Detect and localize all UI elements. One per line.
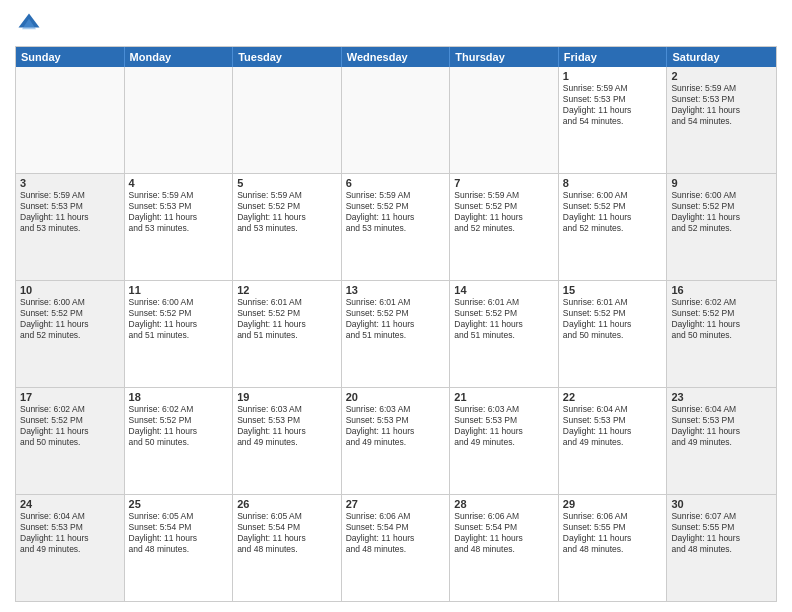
cell-info: Sunrise: 6:00 AM Sunset: 5:52 PM Dayligh… bbox=[129, 297, 229, 341]
cell-info: Sunrise: 5:59 AM Sunset: 5:53 PM Dayligh… bbox=[671, 83, 772, 127]
cell-info: Sunrise: 6:06 AM Sunset: 5:54 PM Dayligh… bbox=[454, 511, 554, 555]
day-number: 19 bbox=[237, 391, 337, 403]
day-number: 12 bbox=[237, 284, 337, 296]
calendar-row-4: 24Sunrise: 6:04 AM Sunset: 5:53 PM Dayli… bbox=[16, 494, 776, 601]
cell-info: Sunrise: 6:02 AM Sunset: 5:52 PM Dayligh… bbox=[20, 404, 120, 448]
calendar-row-0: 1Sunrise: 5:59 AM Sunset: 5:53 PM Daylig… bbox=[16, 67, 776, 173]
cell-info: Sunrise: 6:04 AM Sunset: 5:53 PM Dayligh… bbox=[563, 404, 663, 448]
header-day-friday: Friday bbox=[559, 47, 668, 67]
calendar-cell: 7Sunrise: 5:59 AM Sunset: 5:52 PM Daylig… bbox=[450, 174, 559, 280]
day-number: 2 bbox=[671, 70, 772, 82]
header-day-sunday: Sunday bbox=[16, 47, 125, 67]
day-number: 21 bbox=[454, 391, 554, 403]
day-number: 13 bbox=[346, 284, 446, 296]
header-day-tuesday: Tuesday bbox=[233, 47, 342, 67]
day-number: 3 bbox=[20, 177, 120, 189]
cell-info: Sunrise: 6:04 AM Sunset: 5:53 PM Dayligh… bbox=[20, 511, 120, 555]
page: SundayMondayTuesdayWednesdayThursdayFrid… bbox=[0, 0, 792, 612]
cell-info: Sunrise: 6:06 AM Sunset: 5:54 PM Dayligh… bbox=[346, 511, 446, 555]
calendar-cell bbox=[342, 67, 451, 173]
header-day-thursday: Thursday bbox=[450, 47, 559, 67]
day-number: 24 bbox=[20, 498, 120, 510]
cell-info: Sunrise: 6:03 AM Sunset: 5:53 PM Dayligh… bbox=[454, 404, 554, 448]
day-number: 7 bbox=[454, 177, 554, 189]
calendar-cell: 13Sunrise: 6:01 AM Sunset: 5:52 PM Dayli… bbox=[342, 281, 451, 387]
day-number: 4 bbox=[129, 177, 229, 189]
calendar: SundayMondayTuesdayWednesdayThursdayFrid… bbox=[15, 46, 777, 602]
calendar-cell: 21Sunrise: 6:03 AM Sunset: 5:53 PM Dayli… bbox=[450, 388, 559, 494]
calendar-cell bbox=[233, 67, 342, 173]
calendar-cell: 23Sunrise: 6:04 AM Sunset: 5:53 PM Dayli… bbox=[667, 388, 776, 494]
day-number: 22 bbox=[563, 391, 663, 403]
day-number: 27 bbox=[346, 498, 446, 510]
header bbox=[15, 10, 777, 38]
cell-info: Sunrise: 5:59 AM Sunset: 5:52 PM Dayligh… bbox=[346, 190, 446, 234]
cell-info: Sunrise: 6:01 AM Sunset: 5:52 PM Dayligh… bbox=[237, 297, 337, 341]
calendar-cell: 16Sunrise: 6:02 AM Sunset: 5:52 PM Dayli… bbox=[667, 281, 776, 387]
cell-info: Sunrise: 6:05 AM Sunset: 5:54 PM Dayligh… bbox=[129, 511, 229, 555]
cell-info: Sunrise: 6:01 AM Sunset: 5:52 PM Dayligh… bbox=[346, 297, 446, 341]
calendar-cell: 24Sunrise: 6:04 AM Sunset: 5:53 PM Dayli… bbox=[16, 495, 125, 601]
day-number: 1 bbox=[563, 70, 663, 82]
day-number: 5 bbox=[237, 177, 337, 189]
calendar-row-3: 17Sunrise: 6:02 AM Sunset: 5:52 PM Dayli… bbox=[16, 387, 776, 494]
calendar-cell: 27Sunrise: 6:06 AM Sunset: 5:54 PM Dayli… bbox=[342, 495, 451, 601]
calendar-cell: 29Sunrise: 6:06 AM Sunset: 5:55 PM Dayli… bbox=[559, 495, 668, 601]
calendar-cell: 3Sunrise: 5:59 AM Sunset: 5:53 PM Daylig… bbox=[16, 174, 125, 280]
calendar-cell bbox=[125, 67, 234, 173]
day-number: 25 bbox=[129, 498, 229, 510]
calendar-cell: 14Sunrise: 6:01 AM Sunset: 5:52 PM Dayli… bbox=[450, 281, 559, 387]
header-day-monday: Monday bbox=[125, 47, 234, 67]
calendar-cell: 17Sunrise: 6:02 AM Sunset: 5:52 PM Dayli… bbox=[16, 388, 125, 494]
day-number: 30 bbox=[671, 498, 772, 510]
cell-info: Sunrise: 5:59 AM Sunset: 5:53 PM Dayligh… bbox=[129, 190, 229, 234]
calendar-cell: 10Sunrise: 6:00 AM Sunset: 5:52 PM Dayli… bbox=[16, 281, 125, 387]
cell-info: Sunrise: 5:59 AM Sunset: 5:53 PM Dayligh… bbox=[20, 190, 120, 234]
calendar-cell: 8Sunrise: 6:00 AM Sunset: 5:52 PM Daylig… bbox=[559, 174, 668, 280]
calendar-cell: 6Sunrise: 5:59 AM Sunset: 5:52 PM Daylig… bbox=[342, 174, 451, 280]
header-day-saturday: Saturday bbox=[667, 47, 776, 67]
cell-info: Sunrise: 6:07 AM Sunset: 5:55 PM Dayligh… bbox=[671, 511, 772, 555]
day-number: 14 bbox=[454, 284, 554, 296]
calendar-cell: 22Sunrise: 6:04 AM Sunset: 5:53 PM Dayli… bbox=[559, 388, 668, 494]
calendar-cell: 30Sunrise: 6:07 AM Sunset: 5:55 PM Dayli… bbox=[667, 495, 776, 601]
calendar-cell: 28Sunrise: 6:06 AM Sunset: 5:54 PM Dayli… bbox=[450, 495, 559, 601]
cell-info: Sunrise: 6:01 AM Sunset: 5:52 PM Dayligh… bbox=[563, 297, 663, 341]
calendar-cell: 18Sunrise: 6:02 AM Sunset: 5:52 PM Dayli… bbox=[125, 388, 234, 494]
cell-info: Sunrise: 6:06 AM Sunset: 5:55 PM Dayligh… bbox=[563, 511, 663, 555]
day-number: 28 bbox=[454, 498, 554, 510]
cell-info: Sunrise: 6:02 AM Sunset: 5:52 PM Dayligh… bbox=[671, 297, 772, 341]
cell-info: Sunrise: 5:59 AM Sunset: 5:53 PM Dayligh… bbox=[563, 83, 663, 127]
calendar-cell: 25Sunrise: 6:05 AM Sunset: 5:54 PM Dayli… bbox=[125, 495, 234, 601]
calendar-cell: 11Sunrise: 6:00 AM Sunset: 5:52 PM Dayli… bbox=[125, 281, 234, 387]
day-number: 11 bbox=[129, 284, 229, 296]
day-number: 10 bbox=[20, 284, 120, 296]
cell-info: Sunrise: 6:03 AM Sunset: 5:53 PM Dayligh… bbox=[237, 404, 337, 448]
logo-icon bbox=[15, 10, 43, 38]
calendar-cell: 19Sunrise: 6:03 AM Sunset: 5:53 PM Dayli… bbox=[233, 388, 342, 494]
calendar-cell: 5Sunrise: 5:59 AM Sunset: 5:52 PM Daylig… bbox=[233, 174, 342, 280]
cell-info: Sunrise: 6:00 AM Sunset: 5:52 PM Dayligh… bbox=[20, 297, 120, 341]
day-number: 6 bbox=[346, 177, 446, 189]
header-day-wednesday: Wednesday bbox=[342, 47, 451, 67]
cell-info: Sunrise: 6:00 AM Sunset: 5:52 PM Dayligh… bbox=[671, 190, 772, 234]
cell-info: Sunrise: 5:59 AM Sunset: 5:52 PM Dayligh… bbox=[454, 190, 554, 234]
day-number: 29 bbox=[563, 498, 663, 510]
cell-info: Sunrise: 5:59 AM Sunset: 5:52 PM Dayligh… bbox=[237, 190, 337, 234]
calendar-cell: 20Sunrise: 6:03 AM Sunset: 5:53 PM Dayli… bbox=[342, 388, 451, 494]
calendar-cell: 2Sunrise: 5:59 AM Sunset: 5:53 PM Daylig… bbox=[667, 67, 776, 173]
cell-info: Sunrise: 6:04 AM Sunset: 5:53 PM Dayligh… bbox=[671, 404, 772, 448]
calendar-row-1: 3Sunrise: 5:59 AM Sunset: 5:53 PM Daylig… bbox=[16, 173, 776, 280]
cell-info: Sunrise: 6:03 AM Sunset: 5:53 PM Dayligh… bbox=[346, 404, 446, 448]
day-number: 26 bbox=[237, 498, 337, 510]
cell-info: Sunrise: 6:05 AM Sunset: 5:54 PM Dayligh… bbox=[237, 511, 337, 555]
calendar-header: SundayMondayTuesdayWednesdayThursdayFrid… bbox=[16, 47, 776, 67]
calendar-row-2: 10Sunrise: 6:00 AM Sunset: 5:52 PM Dayli… bbox=[16, 280, 776, 387]
cell-info: Sunrise: 6:01 AM Sunset: 5:52 PM Dayligh… bbox=[454, 297, 554, 341]
calendar-cell: 15Sunrise: 6:01 AM Sunset: 5:52 PM Dayli… bbox=[559, 281, 668, 387]
day-number: 18 bbox=[129, 391, 229, 403]
calendar-cell: 4Sunrise: 5:59 AM Sunset: 5:53 PM Daylig… bbox=[125, 174, 234, 280]
cell-info: Sunrise: 6:02 AM Sunset: 5:52 PM Dayligh… bbox=[129, 404, 229, 448]
day-number: 9 bbox=[671, 177, 772, 189]
day-number: 15 bbox=[563, 284, 663, 296]
